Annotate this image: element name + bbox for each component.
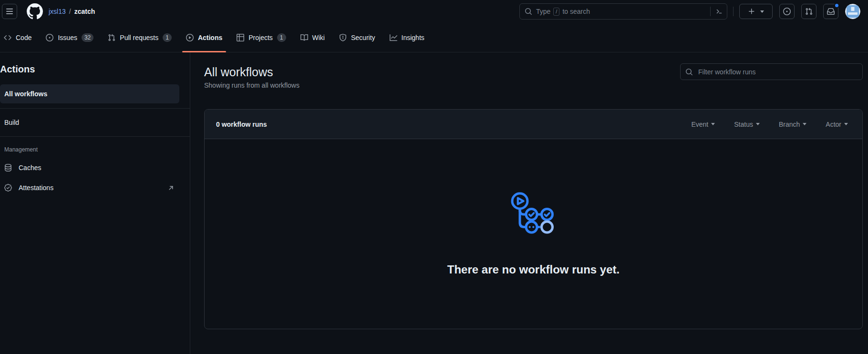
git-pull-request-icon <box>805 8 813 15</box>
octocat-icon <box>27 3 43 20</box>
runs-count-label: 0 workflow runs <box>216 121 267 128</box>
arrow-up-right-icon <box>167 184 175 192</box>
projects-count-badge: 1 <box>277 33 286 42</box>
tab-label: Security <box>351 34 375 41</box>
filter-label: Actor <box>826 121 841 128</box>
filter-workflow-runs-input[interactable] <box>697 68 858 76</box>
sidebar-item-label: Caches <box>19 164 41 172</box>
search-icon <box>685 68 693 76</box>
create-new-button[interactable] <box>739 4 773 19</box>
global-search-input[interactable]: Type / to search <box>519 3 727 20</box>
sidebar-item-build[interactable]: Build <box>0 109 190 136</box>
caret-down-icon <box>844 123 848 125</box>
tab-issues[interactable]: Issues 32 <box>42 23 97 52</box>
caret-down-icon <box>760 10 764 13</box>
runs-card-header: 0 workflow runs Event Status Branch Acto… <box>205 110 862 139</box>
actions-sidebar: Actions All workflows Build Management C… <box>0 52 190 354</box>
tab-label: Insights <box>402 34 424 41</box>
page-subtitle: Showing runs from all workflows <box>204 81 863 89</box>
issue-opened-icon <box>783 8 791 15</box>
issues-count-badge: 32 <box>82 33 93 42</box>
pull-requests-dashboard-button[interactable] <box>801 4 816 19</box>
tab-actions[interactable]: Actions <box>182 23 226 52</box>
tab-wiki[interactable]: Wiki <box>297 23 329 52</box>
filter-label: Branch <box>779 121 800 128</box>
pull-requests-count-badge: 1 <box>163 33 172 42</box>
sidebar-title: Actions <box>0 64 190 75</box>
filter-label: Status <box>734 121 753 128</box>
caret-down-icon <box>711 123 715 125</box>
database-icon <box>4 164 12 172</box>
tab-insights[interactable]: Insights <box>386 23 428 52</box>
book-icon <box>300 34 308 41</box>
filter-workflow-runs-box <box>680 63 863 80</box>
tab-label: Code <box>16 34 31 41</box>
tab-projects[interactable]: Projects 1 <box>233 23 289 52</box>
slash-key-hint: / <box>553 8 559 16</box>
search-icon <box>525 8 532 15</box>
issue-opened-icon <box>46 34 53 41</box>
sidebar-item-all-workflows[interactable]: All workflows <box>0 84 179 103</box>
code-icon <box>4 34 11 41</box>
status-filter-button[interactable]: Status <box>734 121 760 128</box>
avatar-identicon <box>845 4 860 19</box>
github-logo[interactable] <box>27 3 43 20</box>
inbox-notifications-button[interactable] <box>823 4 838 19</box>
breadcrumb-owner-link[interactable]: jxsl13 <box>49 8 66 15</box>
command-palette-button[interactable] <box>710 7 723 16</box>
tab-pull-requests[interactable]: Pull requests 1 <box>104 23 176 52</box>
notification-dot <box>834 3 839 8</box>
breadcrumb-separator: / <box>69 8 71 15</box>
breadcrumb-repo-link[interactable]: zcatch <box>74 8 95 15</box>
issues-dashboard-button[interactable] <box>779 4 795 19</box>
tab-code[interactable]: Code <box>0 23 35 52</box>
plus-icon <box>748 8 755 15</box>
sidebar-item-attestations[interactable]: Attestations <box>0 178 190 198</box>
tab-label: Actions <box>198 34 222 41</box>
tab-label: Wiki <box>312 34 325 41</box>
breadcrumb: jxsl13 / zcatch <box>49 8 95 15</box>
play-icon <box>186 34 194 41</box>
caret-down-icon <box>803 123 806 125</box>
runs-filters: Event Status Branch Actor <box>691 121 848 128</box>
tab-security[interactable]: Security <box>335 23 379 52</box>
table-icon <box>237 34 244 41</box>
graph-icon <box>390 34 397 41</box>
workflow-graph-icon <box>510 192 558 239</box>
tab-label: Projects <box>248 34 273 41</box>
sidebar-item-label: Attestations <box>19 184 53 192</box>
shield-icon <box>339 34 347 41</box>
repo-nav: Code Issues 32 Pull requests 1 Actions P… <box>0 23 868 52</box>
actor-filter-button[interactable]: Actor <box>826 121 848 128</box>
empty-state: There are no workflow runs yet. <box>205 139 862 329</box>
global-nav-menu-button[interactable] <box>2 4 17 19</box>
tab-label: Pull requests <box>120 34 158 41</box>
git-pull-request-icon <box>108 34 115 41</box>
main-content: All workflows Showing runs from all work… <box>191 52 868 354</box>
sidebar-item-caches[interactable]: Caches <box>0 158 190 178</box>
avatar[interactable] <box>845 4 860 19</box>
inbox-icon <box>827 8 835 15</box>
verified-icon <box>4 184 12 192</box>
github-actions-page: { "header": { "breadcrumb": { "owner": "… <box>0 0 868 354</box>
sidebar-divider <box>0 136 190 137</box>
caret-down-icon <box>756 123 760 125</box>
terminal-icon <box>715 8 723 15</box>
header-divider <box>733 7 734 16</box>
event-filter-button[interactable]: Event <box>691 121 715 128</box>
sidebar-section-management: Management <box>4 146 190 153</box>
app-header: jxsl13 / zcatch Type / to search <box>0 0 868 23</box>
filter-label: Event <box>691 121 708 128</box>
empty-state-title: There are no workflow runs yet. <box>447 263 620 276</box>
workflow-runs-card: 0 workflow runs Event Status Branch Acto… <box>204 109 863 329</box>
tab-label: Issues <box>58 34 77 41</box>
search-placeholder-prefix: Type <box>536 8 550 15</box>
hamburger-icon <box>6 8 13 15</box>
branch-filter-button[interactable]: Branch <box>779 121 806 128</box>
search-inner-divider <box>710 7 711 16</box>
search-placeholder-suffix: to search <box>562 8 590 15</box>
